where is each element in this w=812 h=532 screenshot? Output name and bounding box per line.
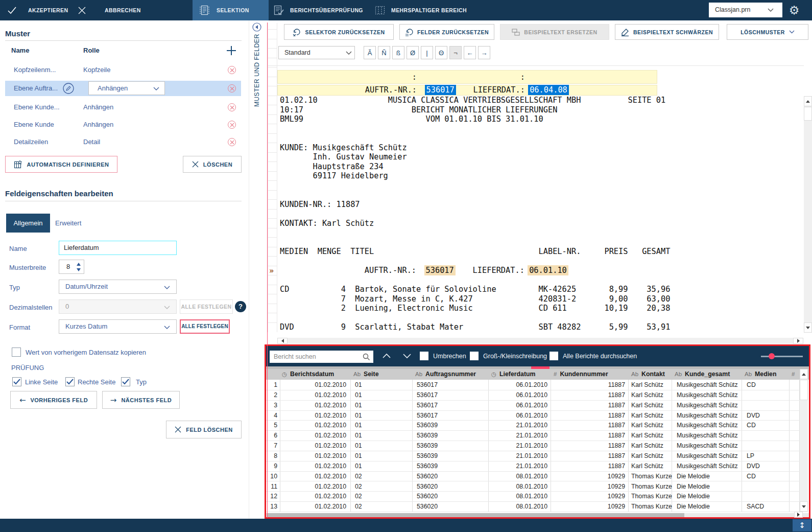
cancel-button[interactable]: ABBRECHEN: [105, 0, 141, 20]
zoom-slider-track[interactable]: [761, 356, 803, 357]
stepper-up-icon[interactable]: [76, 262, 81, 266]
kontakt-cell: Karl Schütz: [631, 461, 667, 471]
char-button[interactable]: ß: [392, 46, 404, 59]
kontakt-cell: Thomas Kurze: [631, 501, 667, 512]
report-vscroll-thumb[interactable]: [804, 107, 812, 121]
table-row[interactable]: 1101.02.20100253602008.01.201010929Thoma…: [266, 481, 800, 492]
report-vscroll-down-icon[interactable]: [804, 322, 812, 333]
muster-row[interactable]: Kopfzeilenm...Kopfzeile: [5, 62, 241, 78]
collapse-panel-icon[interactable]: [252, 22, 261, 32]
char-button[interactable]: Ø: [407, 46, 419, 59]
musterbreite-stepper[interactable]: 8: [59, 260, 84, 274]
column-header[interactable]: ◷Berichtsdatum: [282, 369, 334, 380]
kundennummer-cell: 10929: [574, 471, 625, 481]
name-field[interactable]: Lieferdatum: [59, 241, 177, 255]
results-header-row[interactable]: ◷BerichtsdatumAbSeiteAbAuftragsnummer◷Li…: [266, 369, 809, 380]
all-reports-checkbox[interactable]: [550, 352, 558, 360]
char-button[interactable]: Ñ: [378, 46, 390, 59]
format-setall-button[interactable]: ALLE FESTLEGEN: [180, 319, 230, 334]
table-row[interactable]: 301.02.20100153601706.01.201011887Karl S…: [266, 400, 800, 410]
char-button[interactable]: Θ: [435, 46, 447, 59]
table-row[interactable]: 901.02.20100153603921.01.201011887Karl S…: [266, 461, 800, 471]
report-text[interactable]: 01.02.10 MUSICA CLASSICA VERTRIEBSGESELL…: [280, 96, 670, 332]
case-checkbox[interactable]: [470, 352, 479, 360]
report-hscrollbar[interactable]: [277, 338, 803, 344]
zoom-slider-thumb[interactable]: [769, 353, 775, 359]
delete-muster-button[interactable]: LÖSCHEN: [183, 156, 242, 173]
muster-row[interactable]: Ebene KundeAnhängen: [5, 117, 241, 132]
char-button[interactable]: Ã: [364, 46, 376, 59]
table-row[interactable]: 201.02.20100153601706.01.201011887Karl S…: [266, 390, 800, 400]
table-row[interactable]: 701.02.20100153603921.01.201011887Karl S…: [266, 441, 800, 451]
char-button[interactable]: |: [421, 46, 433, 59]
remove-muster-icon[interactable]: [228, 103, 236, 111]
report-vscroll-up-icon[interactable]: [804, 96, 812, 106]
tab-berichtsueberpruefung[interactable]: BERICHTSÜBERPRÜFUNG: [269, 0, 363, 20]
table-vscroll-up-icon[interactable]: [800, 369, 808, 379]
report-vscrollbar[interactable]: [804, 96, 812, 333]
stepper-down-icon[interactable]: [76, 268, 81, 272]
accept-button[interactable]: AKZEPTIEREN: [28, 0, 68, 20]
table-row[interactable]: 1001.02.20100253602008.01.201010929Thoma…: [266, 471, 800, 481]
column-header[interactable]: #Kundennummer: [554, 369, 608, 380]
delete-field-button[interactable]: FELD LÖSCHEN: [166, 421, 242, 438]
trap-row-1[interactable]: : :: [277, 70, 657, 84]
column-header[interactable]: AbMedien: [745, 369, 776, 380]
next-field-button[interactable]: → NÄCHSTES FELD: [102, 391, 180, 409]
settings-gear-icon[interactable]: ⚙: [786, 3, 802, 18]
table-hscrollbar[interactable]: [266, 513, 809, 517]
rolle-select[interactable]: Anhängen: [88, 81, 165, 95]
table-row[interactable]: 1301.02.20100253602008.01.201010929Thoma…: [266, 501, 800, 512]
column-header[interactable]: AbKontakt: [631, 369, 665, 380]
report-hscroll-right-icon[interactable]: [793, 338, 803, 344]
report-hscroll-left-icon[interactable]: [277, 338, 288, 344]
char-button[interactable]: ←: [464, 46, 476, 59]
remove-muster-icon[interactable]: [228, 84, 236, 92]
check-right-checkbox[interactable]: [65, 377, 75, 386]
auftragsnummer-cell: 536017: [417, 380, 483, 390]
prev-field-button[interactable]: ← VORHERIGES FELD: [10, 391, 97, 409]
table-row[interactable]: 1201.02.20100253602008.01.201010929Thoma…: [266, 491, 800, 501]
umbrechen-checkbox[interactable]: [420, 352, 428, 360]
tab-selektion[interactable]: SELEKTION: [193, 0, 269, 20]
search-input[interactable]: Bericht suchen: [270, 351, 373, 363]
table-row[interactable]: 401.02.20100153601706.01.201011887Karl S…: [266, 410, 800, 421]
column-header[interactable]: AbSeite: [353, 369, 378, 380]
table-row[interactable]: 501.02.20100153603921.01.201011887Karl S…: [266, 420, 800, 430]
muster-row[interactable]: Ebene Kunde...Anhängen: [5, 100, 241, 115]
table-vscrollbar[interactable]: [800, 369, 808, 512]
table-row[interactable]: 101.02.20100153601706.01.201011887Karl S…: [266, 380, 800, 390]
copy-prev-checkbox[interactable]: [12, 348, 21, 357]
column-header[interactable]: AbAuftragsnummer: [415, 369, 476, 380]
help-icon[interactable]: ?: [235, 301, 246, 312]
column-header[interactable]: AbKunde_gesamt: [675, 369, 730, 380]
muster-row[interactable]: DetailzeilenDetail: [5, 134, 241, 150]
typ-select[interactable]: Datum/Uhrzeit: [59, 280, 177, 294]
search-next-icon[interactable]: [402, 353, 412, 359]
auto-define-button[interactable]: AUTOMATISCH DEFINIEREN: [5, 156, 117, 173]
table-vscroll-thumb[interactable]: [800, 380, 808, 400]
edit-pencil-icon[interactable]: [63, 83, 74, 94]
char-button[interactable]: →: [478, 46, 490, 59]
check-typ-checkbox[interactable]: [121, 377, 130, 386]
table-vscroll-down-icon[interactable]: [800, 501, 808, 512]
table-row[interactable]: 601.02.20100153603921.01.201011887Karl S…: [266, 430, 800, 441]
check-left-checkbox[interactable]: [12, 377, 21, 386]
format-select[interactable]: Kurzes Datum: [59, 319, 177, 334]
muster-row[interactable]: Ebene Auftra... Anhängen: [5, 81, 241, 96]
table-hscroll-right-icon[interactable]: [794, 512, 803, 518]
file-select[interactable]: Classjan.prn: [709, 3, 782, 17]
tab-mehrspaltiger-bereich[interactable]: MEHRSPALTIGER BEREICH: [363, 0, 473, 20]
tab-allgemein[interactable]: Allgemein: [6, 214, 50, 233]
remove-muster-icon[interactable]: [228, 66, 236, 74]
column-header[interactable]: ◷Lieferdatum: [491, 369, 535, 380]
expand-panel-icon[interactable]: ↕: [793, 519, 811, 531]
remove-muster-icon[interactable]: [228, 138, 236, 146]
tab-erweitert[interactable]: Erweitert: [55, 219, 81, 227]
table-row[interactable]: 801.02.20100153603921.01.201011887Karl S…: [266, 451, 800, 461]
trap-row-2[interactable]: AUFTR.-NR.: 536017 LIEFERDAT.: 06.04.08: [277, 85, 657, 96]
remove-muster-icon[interactable]: [228, 121, 236, 129]
column-header[interactable]: #: [792, 369, 798, 380]
search-prev-icon[interactable]: [382, 353, 391, 359]
table-hscroll-thumb[interactable]: [267, 513, 684, 517]
